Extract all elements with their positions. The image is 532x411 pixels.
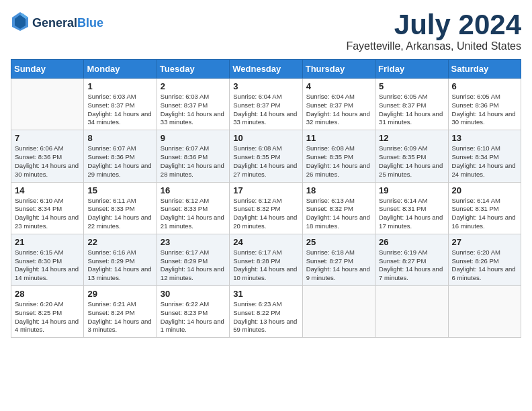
day-number: 17 — [233, 185, 298, 195]
cell-content: Sunrise: 6:12 AMSunset: 8:32 PMDaylight:… — [233, 197, 298, 231]
calendar-cell: 9Sunrise: 6:07 AMSunset: 8:36 PMDaylight… — [157, 130, 229, 182]
weekday-header-tuesday: Tuesday — [157, 60, 229, 79]
day-number: 3 — [233, 81, 298, 91]
calendar-cell: 11Sunrise: 6:08 AMSunset: 8:35 PMDayligh… — [302, 130, 375, 182]
calendar-week-row: 7Sunrise: 6:06 AMSunset: 8:36 PMDaylight… — [11, 130, 521, 182]
weekday-header-monday: Monday — [84, 60, 157, 79]
day-number: 9 — [161, 133, 226, 143]
logo-text: GeneralBlue — [32, 16, 103, 30]
calendar-cell: 5Sunrise: 6:05 AMSunset: 8:37 PMDaylight… — [375, 79, 448, 130]
cell-content: Sunrise: 6:17 AMSunset: 8:28 PMDaylight:… — [233, 248, 298, 283]
day-number: 15 — [87, 185, 152, 195]
day-number: 14 — [15, 185, 80, 195]
cell-content: Sunrise: 6:20 AMSunset: 8:26 PMDaylight:… — [452, 248, 517, 283]
day-number: 26 — [379, 237, 444, 247]
location-title: Fayetteville, Arkansas, United States — [346, 40, 521, 52]
day-number: 30 — [161, 289, 226, 299]
calendar-cell: 31Sunrise: 6:23 AMSunset: 8:22 PMDayligh… — [230, 286, 302, 338]
cell-content: Sunrise: 6:16 AMSunset: 8:29 PMDaylight:… — [87, 248, 152, 283]
day-number: 16 — [161, 185, 226, 195]
day-number: 5 — [379, 81, 444, 91]
calendar-cell: 22Sunrise: 6:16 AMSunset: 8:29 PMDayligh… — [84, 234, 157, 285]
calendar-week-row: 28Sunrise: 6:20 AMSunset: 8:25 PMDayligh… — [11, 286, 521, 338]
calendar-cell: 24Sunrise: 6:17 AMSunset: 8:28 PMDayligh… — [230, 234, 302, 285]
cell-content: Sunrise: 6:05 AMSunset: 8:37 PMDaylight:… — [379, 93, 444, 127]
cell-content: Sunrise: 6:03 AMSunset: 8:37 PMDaylight:… — [161, 93, 226, 127]
cell-content: Sunrise: 6:12 AMSunset: 8:33 PMDaylight:… — [161, 197, 226, 231]
day-number: 13 — [452, 133, 517, 143]
calendar-cell: 30Sunrise: 6:22 AMSunset: 8:23 PMDayligh… — [157, 286, 229, 338]
cell-content: Sunrise: 6:15 AMSunset: 8:30 PMDaylight:… — [15, 248, 80, 283]
day-number: 11 — [306, 133, 371, 143]
cell-content: Sunrise: 6:14 AMSunset: 8:31 PMDaylight:… — [379, 197, 444, 231]
cell-content: Sunrise: 6:07 AMSunset: 8:36 PMDaylight:… — [161, 144, 226, 179]
cell-content: Sunrise: 6:08 AMSunset: 8:35 PMDaylight:… — [306, 144, 371, 179]
day-number: 23 — [161, 237, 226, 247]
weekday-header-saturday: Saturday — [448, 60, 521, 79]
calendar-cell: 13Sunrise: 6:10 AMSunset: 8:34 PMDayligh… — [448, 130, 521, 182]
weekday-header-friday: Friday — [375, 60, 448, 79]
cell-content: Sunrise: 6:06 AMSunset: 8:36 PMDaylight:… — [15, 144, 80, 179]
cell-content: Sunrise: 6:07 AMSunset: 8:36 PMDaylight:… — [87, 144, 152, 179]
day-number: 7 — [15, 133, 80, 143]
calendar-cell — [11, 79, 84, 130]
cell-content: Sunrise: 6:13 AMSunset: 8:32 PMDaylight:… — [306, 197, 371, 231]
day-number: 12 — [379, 133, 444, 143]
calendar-cell: 23Sunrise: 6:17 AMSunset: 8:29 PMDayligh… — [157, 234, 229, 285]
day-number: 22 — [87, 237, 152, 247]
calendar-cell: 21Sunrise: 6:15 AMSunset: 8:30 PMDayligh… — [11, 234, 84, 285]
cell-content: Sunrise: 6:20 AMSunset: 8:25 PMDaylight:… — [15, 300, 80, 334]
logo-icon — [11, 11, 30, 35]
calendar-cell: 4Sunrise: 6:04 AMSunset: 8:37 PMDaylight… — [302, 79, 375, 130]
calendar-week-row: 1Sunrise: 6:03 AMSunset: 8:37 PMDaylight… — [11, 79, 521, 130]
day-number: 28 — [15, 289, 80, 299]
title-section: July 2024 Fayetteville, Arkansas, United… — [346, 11, 521, 52]
calendar-cell: 25Sunrise: 6:18 AMSunset: 8:27 PMDayligh… — [302, 234, 375, 285]
day-number: 25 — [306, 237, 371, 247]
calendar-cell: 26Sunrise: 6:19 AMSunset: 8:27 PMDayligh… — [375, 234, 448, 285]
cell-content: Sunrise: 6:21 AMSunset: 8:24 PMDaylight:… — [87, 300, 152, 334]
cell-content: Sunrise: 6:10 AMSunset: 8:34 PMDaylight:… — [452, 144, 517, 179]
calendar-cell — [375, 286, 448, 338]
calendar-cell: 1Sunrise: 6:03 AMSunset: 8:37 PMDaylight… — [84, 79, 157, 130]
calendar-cell: 10Sunrise: 6:08 AMSunset: 8:35 PMDayligh… — [230, 130, 302, 182]
calendar-cell: 17Sunrise: 6:12 AMSunset: 8:32 PMDayligh… — [230, 182, 302, 234]
cell-content: Sunrise: 6:04 AMSunset: 8:37 PMDaylight:… — [306, 93, 371, 127]
day-number: 1 — [87, 81, 152, 91]
weekday-header-row: SundayMondayTuesdayWednesdayThursdayFrid… — [11, 60, 521, 79]
day-number: 10 — [233, 133, 298, 143]
cell-content: Sunrise: 6:19 AMSunset: 8:27 PMDaylight:… — [379, 248, 444, 283]
day-number: 8 — [87, 133, 152, 143]
cell-content: Sunrise: 6:10 AMSunset: 8:34 PMDaylight:… — [15, 197, 80, 231]
calendar-cell: 14Sunrise: 6:10 AMSunset: 8:34 PMDayligh… — [11, 182, 84, 234]
calendar-cell: 15Sunrise: 6:11 AMSunset: 8:33 PMDayligh… — [84, 182, 157, 234]
cell-content: Sunrise: 6:04 AMSunset: 8:37 PMDaylight:… — [233, 93, 298, 127]
cell-content: Sunrise: 6:11 AMSunset: 8:33 PMDaylight:… — [87, 197, 152, 231]
cell-content: Sunrise: 6:22 AMSunset: 8:23 PMDaylight:… — [161, 300, 226, 334]
calendar-cell: 7Sunrise: 6:06 AMSunset: 8:36 PMDaylight… — [11, 130, 84, 182]
day-number: 20 — [452, 185, 517, 195]
day-number: 18 — [306, 185, 371, 195]
calendar-week-row: 21Sunrise: 6:15 AMSunset: 8:30 PMDayligh… — [11, 234, 521, 285]
cell-content: Sunrise: 6:14 AMSunset: 8:31 PMDaylight:… — [452, 197, 517, 231]
calendar-table: SundayMondayTuesdayWednesdayThursdayFrid… — [11, 59, 521, 338]
calendar-cell: 28Sunrise: 6:20 AMSunset: 8:25 PMDayligh… — [11, 286, 84, 338]
day-number: 2 — [161, 81, 226, 91]
cell-content: Sunrise: 6:23 AMSunset: 8:22 PMDaylight:… — [233, 300, 298, 334]
day-number: 6 — [452, 81, 517, 91]
day-number: 31 — [233, 289, 298, 299]
calendar-cell: 20Sunrise: 6:14 AMSunset: 8:31 PMDayligh… — [448, 182, 521, 234]
calendar-cell: 8Sunrise: 6:07 AMSunset: 8:36 PMDaylight… — [84, 130, 157, 182]
logo: GeneralBlue — [11, 11, 103, 35]
cell-content: Sunrise: 6:08 AMSunset: 8:35 PMDaylight:… — [233, 144, 298, 179]
day-number: 19 — [379, 185, 444, 195]
calendar-cell — [302, 286, 375, 338]
calendar-cell: 27Sunrise: 6:20 AMSunset: 8:26 PMDayligh… — [448, 234, 521, 285]
logo-general: General — [32, 16, 77, 30]
calendar-cell — [448, 286, 521, 338]
day-number: 29 — [87, 289, 152, 299]
calendar-cell: 12Sunrise: 6:09 AMSunset: 8:35 PMDayligh… — [375, 130, 448, 182]
calendar-cell: 3Sunrise: 6:04 AMSunset: 8:37 PMDaylight… — [230, 79, 302, 130]
page-header: GeneralBlue July 2024 Fayetteville, Arka… — [11, 11, 521, 52]
calendar-cell: 18Sunrise: 6:13 AMSunset: 8:32 PMDayligh… — [302, 182, 375, 234]
